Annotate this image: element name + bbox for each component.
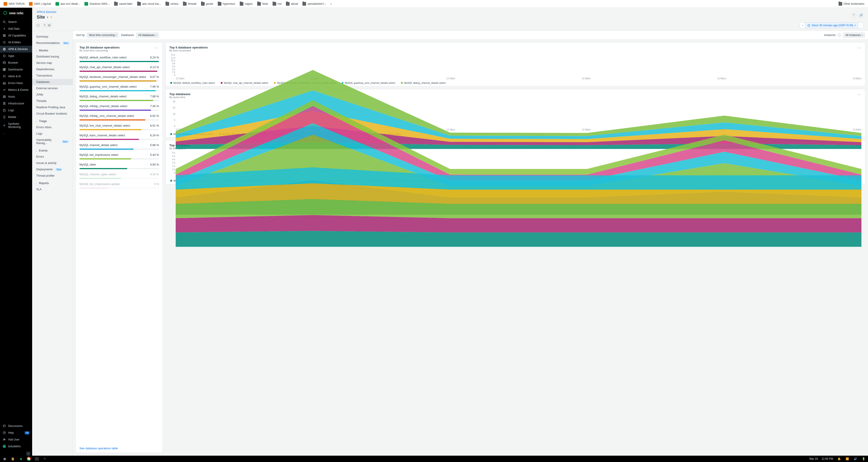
notifications-icon[interactable]: 🔔 <box>837 457 841 461</box>
sidepanel-item[interactable]: Threads <box>32 98 73 104</box>
nav-add-data[interactable]: Add Data <box>0 25 32 32</box>
bookmark-item[interactable]: saved-later <box>112 1 134 6</box>
sidepanel-section-reports[interactable]: ⌄Reports <box>32 179 73 186</box>
nav-browser[interactable]: Browser <box>0 59 32 66</box>
rail-more[interactable]: ... <box>0 130 32 136</box>
sidepanel-item[interactable]: Service map <box>32 60 73 66</box>
sidepanel-item[interactable]: JVMs <box>32 92 73 98</box>
db-operation-row[interactable]: MySQL dialog_channel_details select7.68 … <box>80 92 159 102</box>
sidepanel-item[interactable]: SLA <box>32 186 73 192</box>
bookmark-item[interactable]: AWS TARUN <box>2 1 26 6</box>
bookmark-item[interactable]: firewall <box>181 1 198 6</box>
sidepanel-section-monitor[interactable]: ⌄Monitor <box>32 46 73 54</box>
more-icon[interactable]: ⋯ <box>857 46 862 50</box>
nav-add-user[interactable]: Add User <box>0 436 32 443</box>
breadcrumb[interactable]: APM & Services <box>37 10 56 13</box>
bookmark-item[interactable]: rnd <box>271 1 283 6</box>
nav-apps[interactable]: Apps <box>0 53 32 59</box>
nav-synthetic[interactable]: Synthetic Monitoring <box>0 121 32 130</box>
help-icon[interactable]: ? <box>851 13 856 18</box>
logo[interactable]: new relic <box>0 8 32 19</box>
bookmark-item[interactable]: gsuite <box>199 1 215 6</box>
databases-select[interactable]: All databases▾ <box>136 33 159 38</box>
db-operation-row[interactable]: MySQL other4.93 % <box>80 160 159 170</box>
db-operation-row[interactable]: MySQL channel_types select4.34 % <box>80 170 159 180</box>
nav-errors-inbox[interactable]: Errors Inbox <box>0 80 32 87</box>
nav-all-capabilities[interactable]: All Capabilities <box>0 32 32 39</box>
sidepanel-item[interactable]: Errors <box>32 154 73 160</box>
bookmark-item[interactable]: aws ec2 detail... <box>54 1 82 6</box>
sidepanel-item[interactable]: Logs <box>32 130 73 137</box>
sidepanel-item[interactable]: RecommendationsNew <box>32 40 73 46</box>
nav-mobile[interactable]: Mobile <box>0 114 32 121</box>
db-operation-row[interactable]: MySQL chat_api_channel_details select8.1… <box>80 63 159 73</box>
db-operation-row[interactable]: MySQL default_workflow_rules select8.24 … <box>80 53 159 63</box>
see-table-link[interactable]: See database operations table <box>76 444 162 453</box>
expand-rail-button[interactable]: ›| <box>26 452 30 456</box>
tag-count-pill[interactable]: 10 <box>42 23 53 28</box>
more-icon[interactable]: ⋯ <box>155 46 159 50</box>
bookmark-item[interactable]: hypervisor <box>216 1 237 6</box>
bookmark-item[interactable]: AWS | zigchat <box>27 1 53 6</box>
bookmark-item[interactable]: centos <box>164 1 180 6</box>
db-operation-row[interactable]: MySQL infobip_sms_channel_details select… <box>80 112 159 121</box>
db-operation-row[interactable]: MySQL channel_details select5.66 % <box>80 141 159 151</box>
battery-icon[interactable]: 🔋 <box>861 457 866 461</box>
chevron-down-icon[interactable]: ▾ <box>47 16 48 19</box>
page-title[interactable]: Site <box>37 14 45 20</box>
nav-help[interactable]: Help70 <box>0 429 32 436</box>
nav-alerts[interactable]: Alerts & AI <box>0 73 32 80</box>
sidepanel-item[interactable]: Errors inbox <box>32 124 73 130</box>
share-icon[interactable]: 🔗 <box>859 13 864 18</box>
time-next-button[interactable]: › <box>858 23 864 28</box>
nav-infrastructure[interactable]: Infrastructure <box>0 100 32 107</box>
bookmark-item[interactable]: allcad <box>284 1 300 6</box>
wifi-icon[interactable]: 📶 <box>845 457 849 461</box>
files-icon[interactable]: ▇ <box>10 457 15 461</box>
nav-all-entities[interactable]: All Entities <box>0 39 32 46</box>
bookmark-item[interactable]: spreadsheet f... <box>301 1 328 6</box>
sidepanel-item[interactable]: DeploymentsNew <box>32 166 73 173</box>
db-operation-row[interactable]: MySQL bot_impressions update3 % <box>80 180 159 190</box>
info-icon[interactable]: i <box>838 33 841 37</box>
bookmark-item[interactable]: nagios <box>238 1 254 6</box>
sidepanel-section-triage[interactable]: ⌄Triage <box>32 117 73 124</box>
bookmark-item[interactable]: Solutions AWS... <box>83 1 112 6</box>
db-operation-row[interactable]: MySQL gupshup_sms_channel_details select… <box>80 83 159 92</box>
nav-discussions[interactable]: Discussions <box>0 423 32 429</box>
volume-icon[interactable]: 🔊 <box>853 457 858 461</box>
sidepanel-item[interactable]: Circuit Breaker Incidents <box>32 111 73 117</box>
bookmark-item[interactable]: aws cloud trai... <box>135 1 163 6</box>
chrome-icon[interactable] <box>27 457 31 461</box>
sidepanel-item[interactable]: Issues & activity <box>32 160 73 166</box>
sidepanel-item[interactable]: Distributed tracing <box>32 54 73 60</box>
sidepanel-item[interactable]: Thread profiler <box>32 173 73 179</box>
other-bookmarks[interactable]: Other bookmarks <box>837 1 866 6</box>
sidepanel-item[interactable]: Summary <box>32 33 73 40</box>
sidepanel-item[interactable]: External services <box>32 85 73 92</box>
db-operation-row[interactable]: MySQL facebook_messenger_channel_details… <box>80 73 159 83</box>
sidepanel-item[interactable]: Dependencies <box>32 66 73 72</box>
star-icon[interactable]: ★ <box>50 16 53 19</box>
nav-hosts[interactable]: Hosts <box>0 93 32 100</box>
chat-icon[interactable]: ◆ <box>19 457 23 461</box>
nav-metrics[interactable]: Metrics & Events <box>0 87 32 93</box>
sidepanel-item[interactable]: Databases <box>32 79 73 85</box>
nav-dashboards[interactable]: Dashboards <box>0 66 32 73</box>
sidepanel-section-events[interactable]: ⌄Events <box>32 146 73 154</box>
terminal-icon[interactable] <box>35 457 39 461</box>
time-prev-button[interactable]: ‹ <box>800 23 805 28</box>
time-range-picker[interactable]: Since 30 minutes ago (GMT+5:30) ▾ <box>805 23 858 28</box>
db-operation-row[interactable]: MySQL bot_impressions select5.43 % <box>80 151 159 160</box>
db-operation-row[interactable]: MySQL infobip_channel_details select7.45… <box>80 102 159 112</box>
sidepanel-item[interactable]: Vulnerability Manag...New <box>32 137 73 146</box>
sidepanel-item[interactable]: Transactions <box>32 72 73 79</box>
apps-grid-icon[interactable]: ▦ <box>2 457 7 461</box>
nav-logs[interactable]: Logs <box>0 107 32 114</box>
nav-search[interactable]: Search <box>0 19 32 25</box>
instances-select[interactable]: All Instances▾ <box>843 33 865 38</box>
editor-icon[interactable]: ✎ <box>42 457 47 461</box>
db-operation-row[interactable]: MySQL karix_channel_details select6.24 % <box>80 131 159 141</box>
bookmark-item[interactable]: Note <box>255 1 270 6</box>
nav-user[interactable]: botsdekho <box>0 443 32 450</box>
